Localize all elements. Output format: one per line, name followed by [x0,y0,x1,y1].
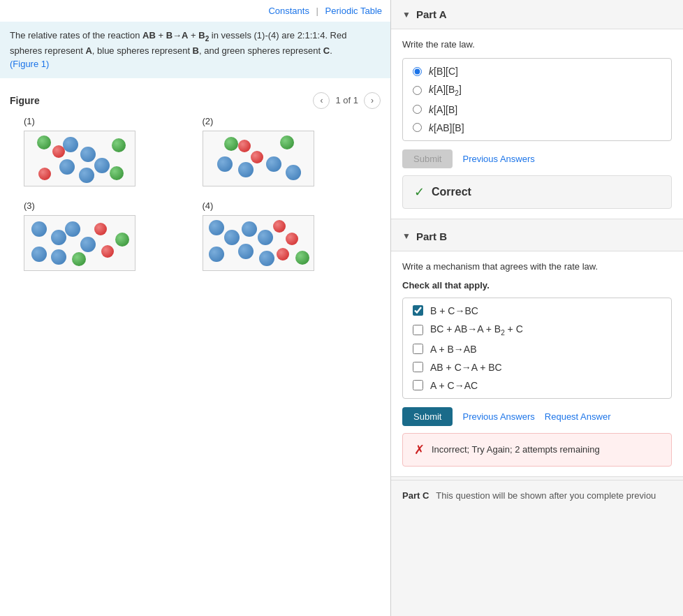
top-links: Constants | Periodic Table [0,0,390,22]
figure-item-2: (2) [203,116,367,186]
sphere-red [101,245,114,258]
figure-prev-button[interactable]: ‹ [313,92,330,109]
sphere-blue [259,251,274,266]
part-b-request-answer-link[interactable]: Request Answer [545,411,611,422]
part-a-radio-4[interactable] [413,123,422,132]
part-a-header[interactable]: ▼ Part A [391,0,683,29]
part-a-option-label-4: k[AB][B] [429,122,464,133]
figure-section: Figure ‹ 1 of 1 › (1) [0,85,390,278]
sphere-blue [94,158,110,173]
right-panel: ▼ Part A Write the rate law. k[B][C] k[A… [391,0,683,616]
part-b-instruction-bold: Check all that apply. [402,280,672,291]
part-b-checkbox-5[interactable] [413,380,423,390]
sphere-blue [224,230,240,245]
part-b-option-label-3: A + B→AB [430,344,477,355]
part-b-option-label-2: BC + AB→A + B2 + C [430,323,523,337]
part-a-submit-row: Submit Previous Answers [402,149,672,168]
figure-link[interactable]: (Figure 1) [10,59,49,69]
sphere-green [295,251,309,265]
sphere-red [277,248,289,261]
figure-grid: (1) (2) [10,116,381,271]
part-b-submit-row: Submit Previous Answers Request Answer [402,407,672,426]
part-a-radio-3[interactable] [413,105,422,114]
sphere-blue [266,156,281,172]
figure-item-3: (3) [24,200,189,271]
figure-item-1: (1) [24,116,189,186]
part-b-instruction: Write a mechanism that agrees with the r… [402,261,672,272]
part-a-option-label-2: k[A][B2] [429,84,462,97]
correct-icon: ✓ [414,184,425,200]
part-a-option-2[interactable]: k[A][B2] [413,84,661,97]
part-b-previous-answers-link[interactable]: Previous Answers [462,411,534,422]
sphere-green [112,138,126,152]
figure-next-button[interactable]: › [364,92,381,109]
part-b-section: ▼ Part B Write a mechanism that agrees w… [391,222,683,477]
part-a-content: Write the rate law. k[B][C] k[A][B2] k[A… [391,29,683,219]
figure-box-3 [24,215,135,271]
part-b-option-3[interactable]: A + B→AB [413,344,661,355]
part-b-option-1[interactable]: B + C→BC [413,305,661,316]
sphere-blue [51,230,66,245]
part-b-checkbox-2[interactable] [413,325,423,335]
sphere-blue [238,162,254,177]
part-a-instruction: Write the rate law. [402,39,672,50]
sphere-blue [63,137,78,152]
part-a-option-1[interactable]: k[B][C] [413,66,661,77]
figure-item-4: (4) [203,200,367,271]
sphere-green [115,233,129,247]
part-b-content: Write a mechanism that agrees with the r… [391,251,683,477]
sphere-blue [80,237,96,252]
part-b-submit-button[interactable]: Submit [402,407,453,426]
incorrect-text: Incorrect; Try Again; 2 attempts remaini… [432,444,600,455]
figure-box-4 [203,215,314,271]
sphere-red [251,151,263,163]
sphere-blue [238,244,254,259]
periodic-table-link[interactable]: Periodic Table [325,6,382,16]
part-a-option-3[interactable]: k[A][B] [413,104,661,115]
sphere-blue [209,220,224,235]
incorrect-icon: ✗ [414,442,425,457]
part-b-options: B + C→BC BC + AB→A + B2 + C A + B→AB AB … [402,298,672,399]
sphere-blue [242,221,257,237]
sphere-blue [65,221,80,237]
part-a-radio-2[interactable] [413,86,422,95]
part-b-option-5[interactable]: A + C→AC [413,380,661,391]
figure-page: 1 of 1 [335,95,358,105]
part-b-checkbox-3[interactable] [413,344,423,354]
part-b-option-label-4: AB + C→A + BC [430,362,502,373]
part-c-label: Part C [402,490,429,501]
correct-box: ✓ Correct [402,175,672,209]
constants-link[interactable]: Constants [268,6,309,16]
sphere-blue [80,147,96,162]
part-c-row: Part C This question will be shown after… [391,480,683,511]
correct-text: Correct [432,186,471,198]
sphere-red [38,168,51,180]
sphere-red [238,140,251,152]
part-b-checkbox-4[interactable] [413,362,423,372]
figure-label-3: (3) [24,200,35,211]
part-b-option-4[interactable]: AB + C→A + BC [413,362,661,373]
figure-nav: ‹ 1 of 1 › [313,92,381,109]
part-a-previous-answers-link[interactable]: Previous Answers [462,154,534,164]
part-a-submit-button[interactable]: Submit [402,149,453,168]
sphere-green [280,135,294,149]
part-a-option-4[interactable]: k[AB][B] [413,122,661,133]
part-b-option-2[interactable]: BC + AB→A + B2 + C [413,323,661,337]
part-b-option-label-1: B + C→BC [430,305,478,316]
sphere-blue [217,156,233,172]
part-b-checkbox-1[interactable] [413,305,423,316]
part-b-label: Part B [416,230,447,242]
part-a-option-label-1: k[B][C] [429,66,458,77]
figure-label-1: (1) [24,116,35,126]
figure-label-4: (4) [203,200,214,211]
sphere-blue [209,247,224,262]
part-b-header[interactable]: ▼ Part B [391,222,683,251]
sphere-red [286,233,298,245]
part-a-radio-1[interactable] [413,67,422,76]
sphere-blue [59,159,75,175]
incorrect-box: ✗ Incorrect; Try Again; 2 attempts remai… [402,433,672,467]
sphere-blue [31,221,47,237]
sphere-red [94,223,107,235]
part-a-chevron-icon: ▼ [402,10,411,20]
sphere-red [273,220,286,233]
